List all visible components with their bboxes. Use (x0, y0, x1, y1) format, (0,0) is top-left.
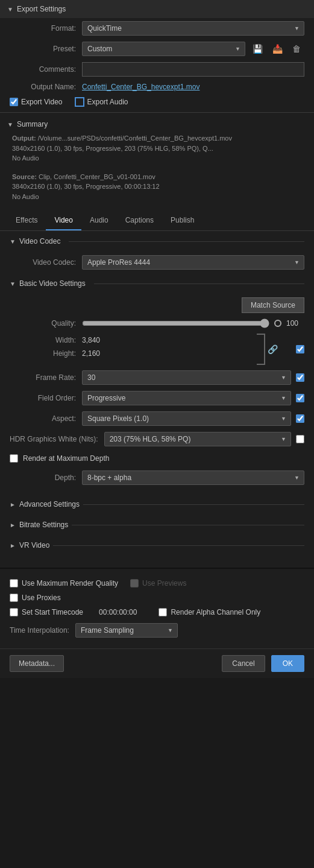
import-preset-button[interactable]: 📥 (269, 43, 286, 55)
frame-rate-checkbox[interactable] (296, 373, 304, 382)
width-label: Width: (10, 336, 76, 344)
basic-video-title: Basic Video Settings (19, 279, 86, 288)
tab-effects[interactable]: Effects (7, 211, 46, 230)
output-name-link[interactable]: Confetti_Center_BG_hevcexpt1.mov (82, 83, 199, 91)
cancel-button[interactable]: Cancel (222, 655, 265, 672)
video-codec-chevron: ▼ (10, 238, 16, 245)
use-previews-text: Use Previews (142, 579, 186, 588)
quality-slider[interactable] (82, 318, 269, 328)
bitrate-settings-chevron: ► (10, 522, 16, 528)
time-interpolation-select[interactable]: Frame Sampling (75, 623, 178, 638)
dimension-lock-checkbox[interactable] (296, 345, 304, 353)
summary-output-label: Output: (12, 135, 36, 142)
basic-video-header: ▼ Basic Video Settings (0, 273, 314, 294)
match-source-button[interactable]: Match Source (242, 297, 304, 313)
width-row: Width: 3,840 (10, 334, 254, 347)
render-max-checkbox[interactable] (10, 454, 18, 463)
depth-select-wrapper: 8-bpc + alpha (82, 470, 304, 485)
dimension-lock (278, 334, 304, 365)
advanced-settings-chevron: ► (10, 501, 16, 508)
use-proxies-text: Use Proxies (22, 594, 61, 602)
aspect-select-wrapper: Square Pixels (1.0) (82, 411, 291, 426)
export-checkboxes: Export Video Export Audio (0, 94, 314, 110)
aspect-row: Aspect: Square Pixels (1.0) (0, 408, 314, 429)
codec-select[interactable]: Apple ProRes 4444 (82, 255, 304, 270)
delete-preset-button[interactable]: 🗑 (289, 43, 304, 55)
frame-rate-select[interactable]: 30 (82, 370, 291, 385)
set-start-timecode-checkbox[interactable] (10, 608, 18, 616)
time-interpolation-label: Time Interpolation: (10, 626, 69, 635)
quality-slider-container: 100 (82, 318, 304, 328)
match-source-row: Match Source (0, 294, 314, 315)
export-video-checkbox-label[interactable]: Export Video (10, 98, 63, 106)
field-order-label: Field Order: (10, 394, 76, 402)
export-settings-panel: ▼ Export Settings Format: QuickTime Pres… (0, 0, 314, 678)
export-video-label: Export Video (21, 98, 63, 106)
field-order-select[interactable]: Progressive (82, 391, 291, 405)
advanced-settings-line (83, 504, 304, 505)
preset-label: Preset: (10, 45, 76, 53)
comments-row: Comments: (0, 59, 314, 80)
output-name-label: Output Name: (10, 83, 76, 91)
footer-right-buttons: Cancel OK (222, 655, 304, 672)
export-audio-label: Export Audio (87, 98, 128, 106)
height-label: Height: (10, 349, 76, 358)
set-start-timecode-text: Set Start Timecode (22, 608, 83, 616)
save-preset-button[interactable]: 💾 (249, 43, 266, 55)
frame-rate-label: Frame Rate: (10, 373, 76, 382)
summary-output-value: /Volume...sure/PSDs/confetti/Confetti_Ce… (12, 135, 232, 162)
render-alpha-label[interactable]: Render Alpha Channel Only (159, 608, 260, 616)
use-proxies-checkbox[interactable] (10, 594, 18, 602)
use-max-render-checkbox[interactable] (10, 579, 18, 588)
vr-video-line (53, 545, 304, 546)
depth-select[interactable]: 8-bpc + alpha (82, 470, 304, 485)
hdr-select[interactable]: 203 (75% HLG, 58% PQ) (104, 432, 291, 446)
use-max-render-label[interactable]: Use Maximum Render Quality (10, 579, 118, 588)
tab-video[interactable]: Video (46, 211, 81, 230)
export-video-checkbox[interactable] (10, 98, 18, 106)
footer: Metadata... Cancel OK (0, 648, 314, 678)
use-previews-label[interactable]: Use Previews (130, 579, 186, 588)
bitrate-settings-header[interactable]: ► Bitrate Settings (0, 515, 314, 535)
vr-video-chevron: ► (10, 542, 16, 549)
set-start-timecode-label[interactable]: Set Start Timecode (10, 608, 83, 616)
time-interpolation-select-wrapper: Frame Sampling (75, 623, 178, 638)
field-order-checkbox[interactable] (296, 394, 304, 402)
format-label: Format: (10, 24, 76, 33)
aspect-checkbox[interactable] (296, 414, 304, 423)
tab-audio[interactable]: Audio (81, 211, 117, 230)
export-audio-checkbox-icon (75, 97, 84, 107)
export-settings-title: Export Settings (17, 5, 66, 13)
tab-publish[interactable]: Publish (162, 211, 203, 230)
timecode-value: 00:00:00:00 (99, 608, 137, 616)
render-alpha-checkbox[interactable] (159, 608, 167, 616)
dimensions-row: Width: 3,840 Height: 2,160 🔗 (10, 334, 304, 365)
link-icon: 🔗 (268, 344, 278, 354)
format-select[interactable]: QuickTime (82, 21, 304, 36)
ok-button[interactable]: OK (271, 655, 304, 672)
metadata-button[interactable]: Metadata... (10, 655, 64, 672)
summary-source: Source: Clip, Confetti_Center_BG_v01-001… (7, 169, 307, 204)
use-previews-checkbox[interactable] (130, 579, 139, 588)
quality-label: Quality: (10, 319, 76, 328)
use-proxies-label[interactable]: Use Proxies (10, 594, 61, 602)
bitrate-settings-title: Bitrate Settings (19, 521, 68, 529)
comments-label: Comments: (10, 65, 76, 74)
preset-select-wrapper: Custom (82, 42, 245, 56)
summary-header: ▼ Summary (7, 118, 307, 131)
bracket-visual (257, 334, 265, 365)
output-name-row: Output Name: Confetti_Center_BG_hevcexpt… (0, 80, 314, 94)
summary-source-label: Source: (12, 173, 37, 180)
width-value: 3,840 (82, 336, 118, 344)
vr-video-header[interactable]: ► VR Video (0, 535, 314, 556)
tab-captions[interactable]: Captions (117, 211, 162, 230)
export-audio-checkbox-label[interactable]: Export Audio (75, 97, 128, 107)
advanced-settings-title: Advanced Settings (19, 500, 80, 508)
divider-1 (0, 112, 314, 113)
aspect-select[interactable]: Square Pixels (1.0) (82, 411, 291, 426)
comments-input[interactable] (82, 62, 304, 77)
advanced-settings-header[interactable]: ► Advanced Settings (0, 494, 314, 515)
preset-select[interactable]: Custom (82, 42, 245, 56)
hdr-checkbox[interactable] (296, 435, 304, 443)
depth-row: Depth: 8-bpc + alpha (0, 467, 314, 488)
